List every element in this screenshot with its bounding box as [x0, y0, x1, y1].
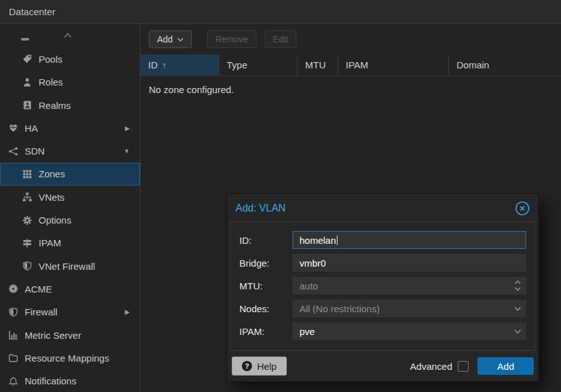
bell-icon	[8, 376, 19, 386]
ipam-row: IPAM:pve	[239, 322, 526, 340]
sitemap-icon	[22, 192, 33, 202]
sidebar-item-label: VNets	[39, 192, 65, 203]
sidebar-item-zones[interactable]: Zones	[0, 163, 140, 186]
mtu-field[interactable]: auto	[293, 277, 526, 294]
advanced-checkbox[interactable]	[458, 361, 469, 372]
sidebar-item-firewall[interactable]: Firewall▶	[0, 301, 140, 324]
top-bar: Datacenter	[0, 0, 561, 24]
sidebar-item-label: Options	[39, 215, 72, 225]
toolbar-button-label: Edit	[273, 34, 288, 44]
dialog-body: ID:homelanBridge:vmbr0MTU:autoNodes:All …	[230, 222, 535, 351]
signpost-icon	[22, 238, 33, 248]
add-submit-button[interactable]: Add	[477, 357, 534, 375]
page-title: Datacenter	[9, 6, 55, 17]
dialog-header: Add: VLAN	[227, 194, 538, 222]
column-header-mtu[interactable]: MTU	[298, 54, 338, 75]
sidebar-item-label: Roles	[39, 77, 63, 87]
close-icon[interactable]	[515, 201, 530, 216]
column-label: Type	[227, 60, 248, 70]
nodes-row: Nodes:All (No restrictions)	[239, 300, 526, 317]
user-icon	[22, 77, 33, 87]
column-header-ipam[interactable]: IPAM	[338, 54, 449, 75]
column-label: ID	[148, 60, 158, 70]
column-label: MTU	[305, 60, 326, 70]
sidebar-item-roles[interactable]: Roles	[0, 71, 140, 94]
field-value: vmbr0	[299, 258, 326, 269]
id-field[interactable]: homelan	[293, 231, 526, 249]
sidebar-item-label: SDN	[25, 146, 45, 156]
sidebar-item-pools[interactable]: Pools	[0, 47, 140, 70]
sidebar-item-vnets[interactable]: VNets	[0, 186, 140, 208]
sidebar-item-ipam[interactable]: IPAM	[0, 232, 140, 255]
clipped-icon	[21, 38, 29, 41]
column-label: Domain	[457, 60, 489, 70]
field-value: All (No restrictions)	[299, 303, 380, 314]
mtu-label: MTU:	[239, 281, 293, 291]
column-header-domain[interactable]: Domain	[449, 54, 561, 75]
field-value: auto	[299, 281, 318, 291]
nodes-label: Nodes:	[239, 303, 293, 314]
id-label: ID:	[239, 235, 293, 246]
ipam-field[interactable]: pve	[293, 322, 526, 340]
help-button-label: Help	[257, 361, 277, 372]
sidebar-item-label: HA	[25, 123, 38, 134]
sort-asc-icon: ↑	[162, 60, 167, 70]
chevron-up-icon	[61, 30, 74, 42]
sidebar: PoolsRolesRealmsHA▶SDN▼ZonesVNetsOptions…	[0, 24, 141, 391]
edit-button: Edit	[265, 30, 296, 48]
chevron-down-icon[interactable]	[514, 300, 522, 317]
toolbar: AddRemoveEdit	[141, 24, 561, 54]
help-button[interactable]: ? Help	[232, 357, 287, 376]
sidebar-item-notifications[interactable]: Notifications	[0, 369, 140, 391]
id-row: ID:homelan	[239, 231, 526, 249]
tag-icon	[22, 54, 33, 64]
sidebar-item-resource-mappings[interactable]: Resource Mappings	[0, 346, 140, 369]
chart-icon	[8, 330, 19, 340]
shield-icon	[22, 261, 33, 271]
shield-icon	[8, 307, 19, 317]
mtu-row: MTU:auto	[239, 277, 526, 294]
sidebar-item-realms[interactable]: Realms	[0, 94, 140, 117]
column-label: IPAM	[346, 60, 369, 70]
spinner-icon[interactable]	[514, 277, 522, 294]
sidebar-item-partial[interactable]	[0, 25, 140, 47]
grid-empty-text: No zone configured.	[141, 76, 561, 95]
dialog-footer: ? Help Advanced Add	[227, 351, 538, 381]
sidebar-item-label: Notifications	[25, 376, 77, 386]
column-header-type[interactable]: Type	[219, 54, 298, 75]
toolbar-button-label: Add	[157, 34, 173, 44]
caret-down-icon	[177, 37, 184, 42]
ipam-label: IPAM:	[239, 326, 293, 337]
column-header-id[interactable]: ID↑	[141, 54, 219, 75]
toolbar-button-label: Remove	[215, 34, 248, 44]
sidebar-item-label: Zones	[39, 168, 65, 179]
sidebar-item-label: VNet Firewall	[39, 261, 95, 272]
dialog-title: Add: VLAN	[236, 203, 286, 214]
field-value: homelan	[299, 235, 336, 246]
bridge-label: Bridge:	[239, 258, 293, 269]
help-icon: ?	[242, 361, 252, 371]
field-value: pve	[299, 326, 315, 337]
folder-icon	[8, 353, 19, 363]
address-book-icon	[22, 100, 33, 110]
sidebar-item-options[interactable]: Options	[0, 208, 140, 231]
bridge-field[interactable]: vmbr0	[293, 254, 526, 272]
sidebar-item-vnet-firewall[interactable]: VNet Firewall	[0, 255, 140, 277]
sidebar-item-sdn[interactable]: SDN▼	[0, 139, 140, 162]
expand-arrow-icon: ▼	[123, 148, 130, 155]
sidebar-item-label: ACME	[25, 284, 52, 294]
remove-button: Remove	[207, 30, 256, 48]
nodes-field[interactable]: All (No restrictions)	[293, 300, 526, 317]
grid-header: ID↑TypeMTUIPAMDomain	[141, 54, 561, 76]
sidebar-item-label: Firewall	[25, 307, 58, 317]
sidebar-item-ha[interactable]: HA▶	[0, 117, 140, 139]
sidebar-item-label: Resource Mappings	[25, 353, 109, 364]
add-vlan-dialog: Add: VLAN ID:homelanBridge:vmbr0MTU:auto…	[227, 193, 539, 382]
gear-icon	[22, 215, 33, 225]
add-button[interactable]: Add	[149, 30, 192, 48]
sidebar-item-metric-server[interactable]: Metric Server	[0, 324, 140, 346]
chevron-down-icon[interactable]	[514, 323, 522, 339]
grid-icon	[22, 169, 33, 179]
advanced-label: Advanced	[410, 361, 453, 372]
sidebar-item-acme[interactable]: ACME	[0, 277, 140, 300]
